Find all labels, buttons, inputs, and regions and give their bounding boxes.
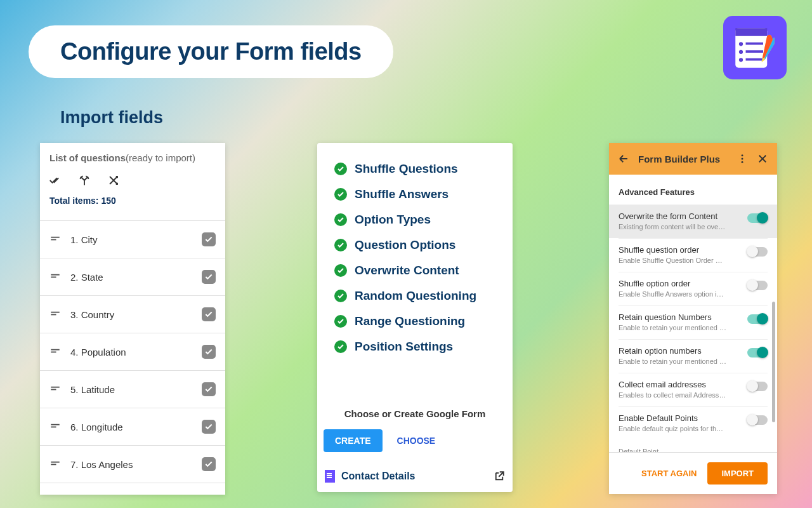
- setting-toggle[interactable]: [747, 415, 768, 425]
- import-fields-subtitle: Import fields: [60, 108, 163, 128]
- check-icon: [334, 340, 347, 353]
- question-item[interactable]: 6. Longitude: [40, 408, 225, 446]
- setting-toggle[interactable]: [747, 213, 768, 223]
- feature-label: Option Types: [355, 213, 431, 227]
- feature-label: Position Settings: [355, 340, 453, 354]
- feature-item: Overwrite Content: [334, 264, 495, 277]
- back-icon[interactable]: [618, 153, 629, 164]
- advanced-title: Form Builder Plus: [638, 154, 728, 164]
- question-checkbox[interactable]: [202, 345, 216, 359]
- setting-desc: Existing form content will be overwrit…: [619, 223, 726, 231]
- svg-point-22: [742, 154, 743, 156]
- select-all-icon[interactable]: [49, 175, 61, 186]
- start-again-button[interactable]: START AGAIN: [638, 462, 700, 485]
- shuffle-icon[interactable]: [108, 175, 119, 186]
- svg-rect-13: [51, 314, 56, 316]
- feature-label: Question Options: [355, 238, 455, 252]
- svg-rect-19: [51, 427, 56, 428]
- question-label: 4. Population: [70, 347, 202, 358]
- feature-label: Random Questioning: [355, 289, 476, 303]
- question-checkbox[interactable]: [202, 382, 216, 396]
- question-item[interactable]: 4. Population: [40, 333, 225, 371]
- svg-rect-11: [51, 277, 56, 278]
- question-label: 6. Longitude: [70, 422, 202, 432]
- check-icon: [334, 264, 347, 277]
- short-text-icon: [49, 420, 61, 434]
- setting-item: Shuffle option orderEnable Shuffle Answe…: [619, 272, 768, 305]
- close-icon[interactable]: [757, 153, 768, 164]
- question-item[interactable]: 2. State: [40, 258, 225, 296]
- svg-rect-12: [51, 312, 60, 313]
- setting-item: Overwrite the form ContentExisting form …: [609, 204, 777, 238]
- feature-item: Random Questioning: [334, 289, 495, 303]
- import-button[interactable]: IMPORT: [707, 462, 768, 485]
- check-icon: [334, 239, 347, 251]
- list-title: List of questions(ready to import): [49, 152, 216, 163]
- choose-form-label: Choose or Create Google Form: [317, 408, 513, 419]
- setting-title: Collect email addresses: [619, 380, 742, 389]
- svg-rect-15: [51, 352, 56, 353]
- svg-rect-7: [745, 58, 763, 60]
- question-item[interactable]: 1. City: [40, 221, 225, 258]
- svg-rect-5: [745, 50, 763, 53]
- split-icon[interactable]: [79, 175, 90, 186]
- setting-desc: Enable default quiz points for the qu…: [619, 425, 726, 432]
- feature-label: Range Questioning: [355, 314, 465, 328]
- check-icon: [334, 188, 347, 201]
- setting-desc: Enable Shuffle Question Order Feat…: [619, 257, 726, 264]
- question-checkbox[interactable]: [202, 420, 216, 434]
- check-icon: [334, 163, 347, 175]
- contact-icon: [325, 470, 335, 483]
- question-checkbox[interactable]: [202, 270, 216, 284]
- feature-item: Question Options: [334, 238, 495, 252]
- svg-rect-8: [51, 237, 60, 238]
- setting-desc: Enables to collect email Addresses o…: [619, 391, 726, 399]
- setting-desc: Enable to retain your mentioned opti…: [619, 358, 726, 365]
- setting-item: Retain question NumbersEnable to retain …: [619, 305, 768, 339]
- setting-title: Retain option numbers: [619, 346, 742, 356]
- question-checkbox[interactable]: [202, 457, 216, 471]
- setting-item: Collect email addressesEnables to collec…: [619, 373, 768, 406]
- question-item[interactable]: 5. Latitude: [40, 371, 225, 408]
- short-text-icon: [49, 270, 61, 284]
- page-title: Configure your Form fields: [29, 25, 393, 78]
- setting-toggle[interactable]: [747, 382, 768, 391]
- short-text-icon: [49, 232, 61, 246]
- open-external-icon[interactable]: [494, 471, 505, 482]
- svg-point-4: [738, 50, 742, 53]
- contact-details-link[interactable]: Contact Details: [341, 471, 487, 482]
- create-button[interactable]: CREATE: [324, 429, 383, 452]
- setting-desc: Enable to retain your mentioned que…: [619, 324, 726, 331]
- advanced-section-title: Advanced Features: [619, 181, 768, 204]
- check-icon: [334, 213, 347, 226]
- setting-toggle[interactable]: [747, 281, 768, 290]
- question-checkbox[interactable]: [202, 232, 216, 246]
- questions-panel: List of questions(ready to import) Total…: [40, 143, 225, 495]
- setting-title: Retain question Numbers: [619, 312, 742, 322]
- default-point-label: Default Point: [619, 440, 768, 452]
- svg-rect-16: [51, 387, 60, 388]
- more-icon[interactable]: [737, 153, 748, 164]
- check-icon: [334, 315, 347, 328]
- question-label: 1. City: [70, 234, 202, 245]
- question-label: 5. Latitude: [70, 384, 202, 395]
- setting-title: Overwrite the form Content: [619, 211, 742, 221]
- scrollbar[interactable]: [772, 302, 775, 422]
- svg-rect-17: [51, 389, 56, 391]
- short-text-icon: [49, 457, 61, 471]
- setting-toggle[interactable]: [747, 247, 768, 257]
- question-label: 3. Country: [70, 309, 202, 320]
- svg-point-6: [738, 58, 742, 62]
- setting-toggle[interactable]: [747, 348, 768, 358]
- question-label: 7. Los Angeles: [70, 459, 202, 470]
- feature-list: Shuffle QuestionsShuffle AnswersOption T…: [331, 156, 499, 363]
- svg-rect-14: [51, 349, 60, 351]
- choose-button[interactable]: CHOOSE: [394, 429, 439, 452]
- question-item[interactable]: 3. Country: [40, 296, 225, 333]
- question-label: 2. State: [70, 272, 202, 283]
- feature-item: Shuffle Answers: [334, 187, 495, 201]
- svg-rect-1: [735, 28, 767, 36]
- question-checkbox[interactable]: [202, 307, 216, 321]
- question-item[interactable]: 7. Los Angeles: [40, 446, 225, 483]
- setting-toggle[interactable]: [747, 314, 768, 324]
